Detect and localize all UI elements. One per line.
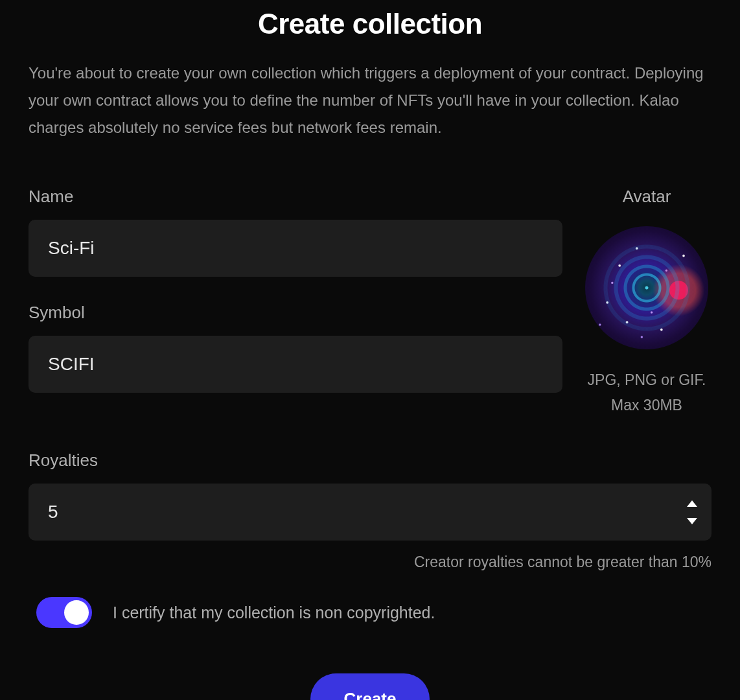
avatar-upload[interactable]: [585, 226, 708, 349]
chevron-down-icon: [687, 518, 697, 524]
name-input[interactable]: [29, 220, 562, 277]
symbol-input[interactable]: [29, 336, 562, 393]
royalties-field-group: Royalties Creator royalties cannot be gr…: [29, 450, 711, 571]
intro-text: You're about to create your own collecti…: [29, 60, 711, 141]
certify-toggle[interactable]: [36, 597, 92, 628]
avatar-label: Avatar: [623, 187, 671, 207]
royalties-decrement-button[interactable]: [686, 517, 699, 526]
certify-label: I certify that my collection is non copy…: [113, 603, 435, 622]
toggle-knob: [64, 600, 89, 625]
royalties-label: Royalties: [29, 450, 711, 471]
avatar-hint: JPG, PNG or GIF. Max 30MB: [588, 368, 706, 418]
royalties-stepper[interactable]: [29, 484, 711, 541]
page-title: Create collection: [29, 0, 711, 60]
chevron-up-icon: [687, 500, 697, 507]
symbol-field-group: Symbol: [29, 303, 562, 393]
royalties-increment-button[interactable]: [686, 499, 699, 508]
symbol-label: Symbol: [29, 303, 562, 323]
royalties-input[interactable]: [29, 484, 711, 541]
royalties-hint: Creator royalties cannot be greater than…: [29, 554, 711, 571]
name-label: Name: [29, 187, 562, 207]
name-field-group: Name: [29, 187, 562, 277]
create-button[interactable]: Create: [310, 673, 430, 700]
